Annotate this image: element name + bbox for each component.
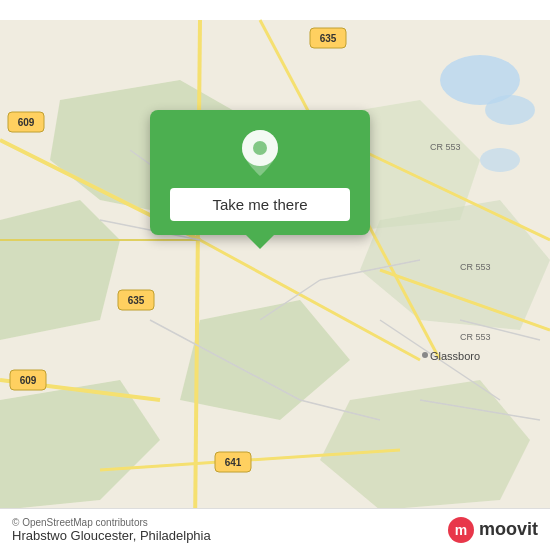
- moovit-icon: m: [447, 516, 475, 544]
- bottom-left-info: © OpenStreetMap contributors Hrabstwo Gl…: [12, 517, 211, 543]
- copyright-text: © OpenStreetMap contributors: [12, 517, 211, 528]
- svg-text:CR 553: CR 553: [460, 332, 491, 342]
- map-background: 635 609 635 609 641 CR 553 CR 553 CR 553…: [0, 0, 550, 550]
- location-pin-icon: [240, 128, 280, 178]
- svg-text:CR 553: CR 553: [430, 142, 461, 152]
- moovit-logo: m moovit: [447, 516, 538, 544]
- svg-point-45: [422, 352, 428, 358]
- take-me-there-button[interactable]: Take me there: [170, 188, 350, 221]
- moovit-text: moovit: [479, 519, 538, 540]
- svg-text:Glassboro: Glassboro: [430, 350, 480, 362]
- svg-text:635: 635: [128, 295, 145, 306]
- bottom-bar: © OpenStreetMap contributors Hrabstwo Gl…: [0, 508, 550, 550]
- svg-point-10: [485, 95, 535, 125]
- svg-text:635: 635: [320, 33, 337, 44]
- svg-text:609: 609: [20, 375, 37, 386]
- location-name: Hrabstwo Gloucester, Philadelphia: [12, 528, 211, 543]
- svg-text:641: 641: [225, 457, 242, 468]
- svg-text:m: m: [455, 522, 467, 538]
- svg-text:CR 553: CR 553: [460, 262, 491, 272]
- svg-point-11: [480, 148, 520, 172]
- popup-card: Take me there: [150, 110, 370, 235]
- map-container: 635 609 635 609 641 CR 553 CR 553 CR 553…: [0, 0, 550, 550]
- svg-text:609: 609: [18, 117, 35, 128]
